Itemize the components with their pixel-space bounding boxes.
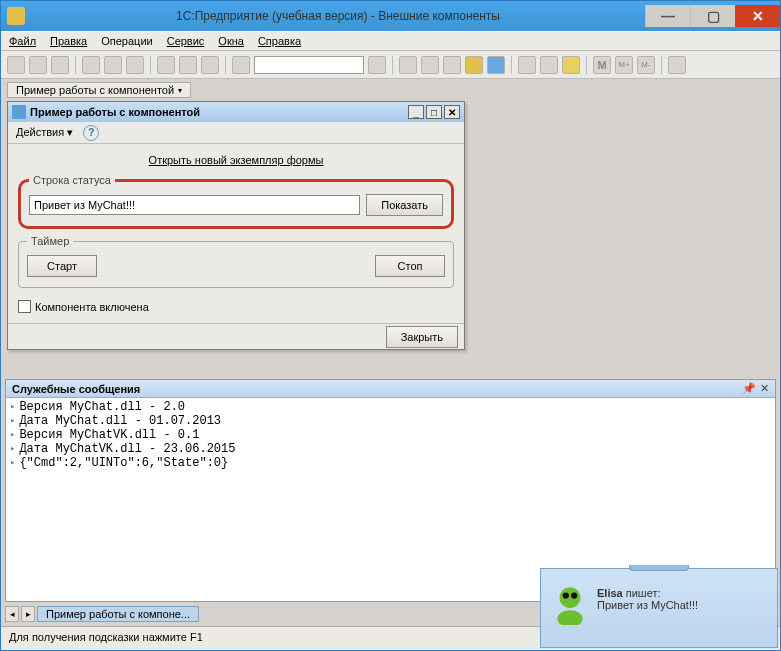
form-titlebar: Пример работы с компонентой _ □ ✕ bbox=[8, 102, 464, 122]
bottom-tab[interactable]: Пример работы с компоне... bbox=[37, 606, 199, 622]
document-tab[interactable]: Пример работы с компонентой ▾ bbox=[7, 82, 191, 98]
mdi-area: Пример работы с компонентой _ □ ✕ Действ… bbox=[5, 101, 776, 602]
tb-redo-icon[interactable] bbox=[201, 56, 219, 74]
stop-button[interactable]: Стоп bbox=[375, 255, 445, 277]
tb-ext1-icon[interactable] bbox=[399, 56, 417, 74]
status-input[interactable] bbox=[29, 195, 360, 215]
form-actions-menu[interactable]: Действия ▾ bbox=[12, 125, 77, 140]
menu-file[interactable]: Файл bbox=[9, 35, 36, 47]
tb-ext2-icon[interactable] bbox=[421, 56, 439, 74]
tb-paste-icon[interactable] bbox=[126, 56, 144, 74]
messages-title: Служебные сообщения bbox=[12, 383, 140, 395]
tab-next-icon[interactable]: ▸ bbox=[21, 606, 35, 622]
tb-open-icon[interactable] bbox=[29, 56, 47, 74]
app-icon bbox=[7, 7, 25, 25]
tb-mminus-icon[interactable]: M- bbox=[637, 56, 655, 74]
status-group-legend: Строка статуса bbox=[29, 174, 115, 186]
tb-m-icon[interactable]: M bbox=[593, 56, 611, 74]
tb-ext3-icon[interactable] bbox=[443, 56, 461, 74]
timer-group: Таймер Старт Стоп bbox=[18, 235, 454, 288]
component-enabled-label: Компонента включена bbox=[35, 301, 149, 313]
chat-toast[interactable]: Elisa пишет: Привет из MyChat!!! bbox=[540, 568, 778, 648]
messages-pin-icon[interactable]: 📌 bbox=[742, 382, 756, 395]
form-icon bbox=[12, 105, 26, 119]
status-group: Строка статуса Показать bbox=[18, 174, 454, 229]
svg-point-1 bbox=[557, 610, 582, 625]
tb-tools-icon[interactable] bbox=[668, 56, 686, 74]
menu-windows[interactable]: Окна bbox=[218, 35, 244, 47]
tb-save-icon[interactable] bbox=[51, 56, 69, 74]
tb-help-icon[interactable] bbox=[487, 56, 505, 74]
message-line: Версия MyChatVK.dll - 0.1 bbox=[10, 428, 771, 442]
timer-group-legend: Таймер bbox=[27, 235, 73, 247]
open-new-instance-link[interactable]: Открыть новый экземпляр формы bbox=[149, 154, 324, 166]
tb-calc-icon[interactable] bbox=[540, 56, 558, 74]
toast-grip-icon bbox=[629, 565, 689, 571]
tb-mplus-icon[interactable]: M+ bbox=[615, 56, 633, 74]
minimize-button[interactable]: — bbox=[645, 5, 690, 27]
tb-undo-icon[interactable] bbox=[179, 56, 197, 74]
document-tab-label: Пример работы с компонентой bbox=[16, 84, 174, 96]
menu-operations[interactable]: Операции bbox=[101, 35, 152, 47]
avatar-icon bbox=[549, 583, 591, 625]
tb-search-combo[interactable] bbox=[254, 56, 364, 74]
close-button[interactable]: ✕ bbox=[735, 5, 780, 27]
form-maximize-button[interactable]: □ bbox=[426, 105, 442, 119]
close-form-button[interactable]: Закрыть bbox=[386, 326, 458, 348]
start-button[interactable]: Старт bbox=[27, 255, 97, 277]
tb-print-icon[interactable] bbox=[157, 56, 175, 74]
message-line: Версия MyChat.dll - 2.0 bbox=[10, 400, 771, 414]
form-window: Пример работы с компонентой _ □ ✕ Действ… bbox=[7, 101, 465, 350]
form-close-button[interactable]: ✕ bbox=[444, 105, 460, 119]
toast-verb: пишет: bbox=[626, 587, 661, 599]
toast-text: Привет из MyChat!!! bbox=[597, 599, 698, 611]
message-line: Дата MyChatVK.dll - 23.06.2015 bbox=[10, 442, 771, 456]
menubar: Файл Правка Операции Сервис Окна Справка bbox=[1, 31, 780, 51]
tb-warn-icon[interactable] bbox=[562, 56, 580, 74]
status-text: Для получения подсказки нажмите F1 bbox=[9, 631, 203, 643]
app-window: 1С:Предприятие (учебная версия) - Внешни… bbox=[0, 0, 781, 651]
svg-point-0 bbox=[560, 587, 581, 608]
tb-cut-icon[interactable] bbox=[82, 56, 100, 74]
form-title: Пример работы с компонентой bbox=[30, 106, 406, 118]
form-help-icon[interactable]: ? bbox=[83, 125, 99, 141]
toolbar: M M+ M- bbox=[1, 51, 780, 79]
tb-find-icon[interactable] bbox=[368, 56, 386, 74]
tb-new-icon[interactable] bbox=[7, 56, 25, 74]
menu-service[interactable]: Сервис bbox=[167, 35, 205, 47]
toast-name: Elisa bbox=[597, 587, 623, 599]
tb-1c-icon[interactable] bbox=[465, 56, 483, 74]
chevron-down-icon: ▾ bbox=[178, 86, 182, 95]
titlebar: 1С:Предприятие (учебная версия) - Внешни… bbox=[1, 1, 780, 31]
messages-close-icon[interactable]: ✕ bbox=[760, 382, 769, 395]
tab-strip: Пример работы с компонентой ▾ bbox=[1, 79, 780, 101]
svg-point-2 bbox=[563, 592, 569, 598]
svg-point-3 bbox=[571, 592, 577, 598]
form-minimize-button[interactable]: _ bbox=[408, 105, 424, 119]
tb-search-icon[interactable] bbox=[232, 56, 250, 74]
bottom-tab-strip: ◂ ▸ Пример работы с компоне... bbox=[5, 604, 199, 624]
form-toolbar: Действия ▾ ? bbox=[8, 122, 464, 144]
menu-edit[interactable]: Правка bbox=[50, 35, 87, 47]
component-enabled-checkbox[interactable] bbox=[18, 300, 31, 313]
window-title: 1С:Предприятие (учебная версия) - Внешни… bbox=[31, 9, 645, 23]
tb-calendar-icon[interactable] bbox=[518, 56, 536, 74]
message-line: Дата MyChat.dll - 01.07.2013 bbox=[10, 414, 771, 428]
tab-prev-icon[interactable]: ◂ bbox=[5, 606, 19, 622]
tb-copy-icon[interactable] bbox=[104, 56, 122, 74]
message-line: {"Cmd":2,"UINTo":6,"State":0} bbox=[10, 456, 771, 470]
component-enabled-row: Компонента включена bbox=[16, 294, 456, 323]
show-button[interactable]: Показать bbox=[366, 194, 443, 216]
maximize-button[interactable]: ▢ bbox=[690, 5, 735, 27]
menu-help[interactable]: Справка bbox=[258, 35, 301, 47]
